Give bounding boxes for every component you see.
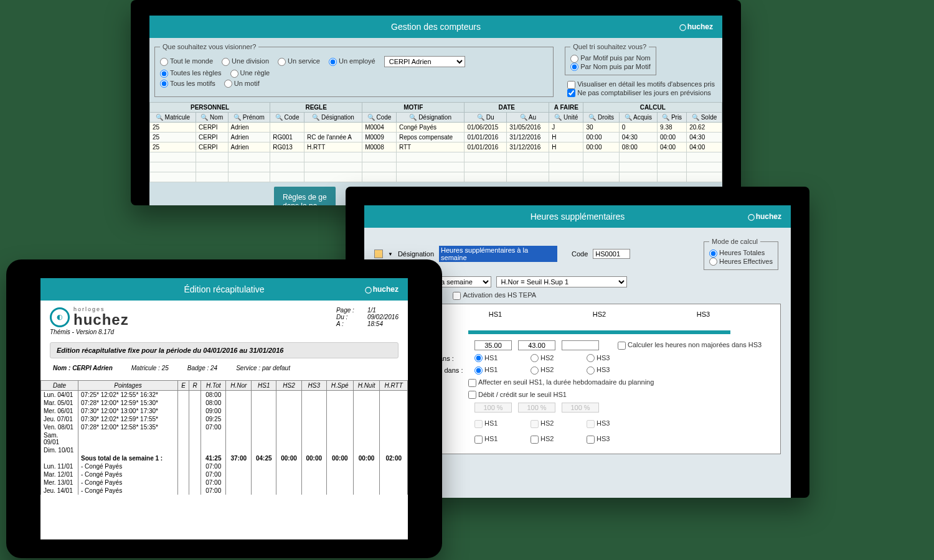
table-row: Sous total de la semaine 1 :41:2537:0004… xyxy=(41,454,408,462)
table-row[interactable] xyxy=(150,152,722,162)
table-row: Sam. 09/01 xyxy=(41,431,408,446)
seuil-hs1[interactable] xyxy=(474,340,512,350)
chk-annu-hs3: HS3 xyxy=(587,419,610,427)
table-row: Mer. 06/0107:30* 12:00* 13:00* 17:30*09:… xyxy=(41,407,408,415)
table-row: Ven. 08/0107:28* 12:00* 12:58* 15:35*07:… xyxy=(41,423,408,431)
table-row: Mer. 13/01- Congé Payés07:00 xyxy=(41,478,408,487)
radio-dim-hs2[interactable]: HS2 xyxy=(531,366,554,373)
radio-sort-nom[interactable]: Par Nom puis par Motif xyxy=(570,63,650,70)
mode-legend: Mode de calcul xyxy=(709,238,760,245)
radio-all-rules[interactable]: Toutes les règles xyxy=(160,69,222,78)
table-row: Lun. 11/01- Congé Payés07:00 xyxy=(41,462,408,470)
col-header: HS1 xyxy=(252,381,276,391)
col-header[interactable]: 🔍 Prénom xyxy=(228,113,270,123)
chk-affect[interactable]: Affecter en seuil HS1, la durée hebdomad… xyxy=(468,378,654,387)
radio-division[interactable]: Une division xyxy=(222,57,269,66)
table-row: Dim. 10/01 xyxy=(41,446,408,454)
radio-sam-hs2[interactable]: HS2 xyxy=(531,354,554,362)
col-header[interactable]: 🔍 Code xyxy=(362,113,397,123)
col-header: H.Spé xyxy=(326,381,353,391)
col-header: E xyxy=(178,381,189,391)
table-row[interactable] xyxy=(150,172,722,182)
filter-scope-fieldset: Que souhaitez vous visionner? Tout le mo… xyxy=(154,43,554,97)
table-row[interactable]: 25CERPIAdrienM0004Congé Payés01/06/20153… xyxy=(150,123,722,133)
titlebar: Gestion des compteurs huchez xyxy=(149,16,722,38)
chk-non-maj[interactable]: Calculer les heures non majorées dans HS… xyxy=(618,341,762,350)
table-row: Jeu. 14/01- Congé Payés07:00 xyxy=(41,487,408,495)
radio-service[interactable]: Un service xyxy=(278,57,320,66)
col-header[interactable]: 🔍 Désignation xyxy=(396,113,464,123)
table-row[interactable]: 25CERPIAdrienRG001RC de l'année AM0009Re… xyxy=(150,133,722,142)
col-group: MOTIF xyxy=(362,103,465,113)
report-meta: Page :1/1 Du :09/02/2016 A :18:54 xyxy=(336,307,399,335)
radio-sort-motif[interactable]: Par Motif puis par Nom xyxy=(570,54,650,62)
col-header: H.Nor xyxy=(226,381,252,391)
radio-mode-total[interactable]: Heures Totales xyxy=(709,249,765,256)
employee-select[interactable]: CERPI Adrien xyxy=(384,56,465,67)
hs-col: HS2 xyxy=(593,310,606,318)
chk-previsions[interactable]: Ne pas comptabiliser les jours en prévis… xyxy=(567,89,711,96)
seuil-hs3[interactable] xyxy=(562,340,599,350)
brand-logo: huchez xyxy=(679,22,713,31)
mode-fieldset: Mode de calcul Heures Totales Heures Eff… xyxy=(704,238,778,270)
chk-detail[interactable]: Visualiser en détail les motifs d'absenc… xyxy=(567,80,715,88)
screen: Édition récapitulative huchez ◐ horloges… xyxy=(40,278,408,539)
chk-les-hs3[interactable]: HS3 xyxy=(587,435,610,442)
chk-les-hs2[interactable]: HS2 xyxy=(531,435,554,442)
window-title: Édition récapitulative xyxy=(184,284,264,294)
radio-employee[interactable]: Un employé xyxy=(329,57,375,66)
col-header[interactable]: 🔍 Solde xyxy=(687,113,722,123)
report-title: Edition récapitulative fixe pour la péri… xyxy=(50,342,399,358)
report-info: Nom : CERPI Adrien Matricule : 25 Badge … xyxy=(40,362,408,374)
col-header[interactable]: 🔍 Désignation xyxy=(304,113,362,123)
table-row[interactable] xyxy=(150,162,722,172)
radio-all[interactable]: Tout le monde xyxy=(160,57,213,66)
chk-les-hs1[interactable]: HS1 xyxy=(474,435,498,442)
radio-dim-hs3[interactable]: HS3 xyxy=(587,366,610,373)
report-table: DatePointagesERH.TotH.NorHS1HS2HS3H.SpéH… xyxy=(40,380,408,495)
col-header[interactable]: 🔍 Droits xyxy=(583,113,619,123)
col-header[interactable]: 🔍 Pris xyxy=(658,113,687,123)
col-header[interactable]: 🔍 Matricule xyxy=(150,113,196,123)
version-text: Thémis - Version 8.17d xyxy=(50,329,129,335)
col-group: A FAIRE xyxy=(549,103,583,113)
chk-annu-hs2: HS2 xyxy=(531,419,554,427)
radio-one-motif[interactable]: Un motif xyxy=(224,80,260,88)
ventilation-formula[interactable]: H.Nor = Seuil H.Sup 1 xyxy=(496,276,627,287)
col-header[interactable]: 🔍 Nom xyxy=(196,113,228,123)
major-hs3 xyxy=(562,403,599,413)
radio-dim-hs1[interactable]: HS1 xyxy=(474,366,498,373)
col-header[interactable]: 🔍 Code xyxy=(270,113,304,123)
radio-sam-hs3[interactable]: HS3 xyxy=(587,354,610,362)
hs-col: HS1 xyxy=(489,310,502,318)
table-row[interactable]: 25CERPIAdrienRG013H.RTTM0008RTT01/01/201… xyxy=(150,142,722,152)
sort-fieldset: Quel tri souhaitez vous? Par Motif puis … xyxy=(565,43,656,75)
tablet-device: Édition récapitulative huchez ◐ horloges… xyxy=(6,259,442,558)
seuil-hs2[interactable] xyxy=(518,340,555,350)
major-hs1 xyxy=(474,403,512,413)
sort-legend: Quel tri souhaitez vous? xyxy=(570,43,649,50)
tooltip: Règles de ge dans le pa xyxy=(274,187,336,205)
code-input[interactable] xyxy=(593,249,630,259)
chk-debit[interactable]: Débit / crédit sur le seuil HS1 xyxy=(468,391,567,399)
designation-label: Désignation xyxy=(398,250,434,258)
designation-input[interactable]: Heures supplémentaires à la semaine xyxy=(439,246,557,262)
col-header[interactable]: 🔍 Acquis xyxy=(619,113,657,123)
col-header: Pointages xyxy=(78,381,178,391)
col-header: HS2 xyxy=(276,381,301,391)
radio-sam-hs1[interactable]: HS1 xyxy=(474,354,498,362)
color-swatch[interactable] xyxy=(374,250,383,258)
col-group: CALCUL xyxy=(583,103,722,113)
major-hs2 xyxy=(518,403,555,413)
radio-one-rule[interactable]: Une règle xyxy=(230,69,270,78)
chk-tepa[interactable]: Activation des HS TEPA xyxy=(453,291,536,300)
radio-all-motifs[interactable]: Tous les motifs xyxy=(160,80,215,88)
screen: Gestion des compteurs huchez Que souhait… xyxy=(149,16,722,205)
radio-mode-eff[interactable]: Heures Effectives xyxy=(709,258,773,265)
col-header[interactable]: 🔍 Unité xyxy=(549,113,583,123)
col-header[interactable]: 🔍 Du xyxy=(465,113,507,123)
col-header[interactable]: 🔍 Au xyxy=(507,113,549,123)
titlebar: Édition récapitulative huchez xyxy=(40,278,408,301)
window-title: Gestion des compteurs xyxy=(391,22,481,32)
counters-grid[interactable]: PERSONNEL REGLE MOTIF DATE A FAIRE CALCU… xyxy=(149,102,722,182)
